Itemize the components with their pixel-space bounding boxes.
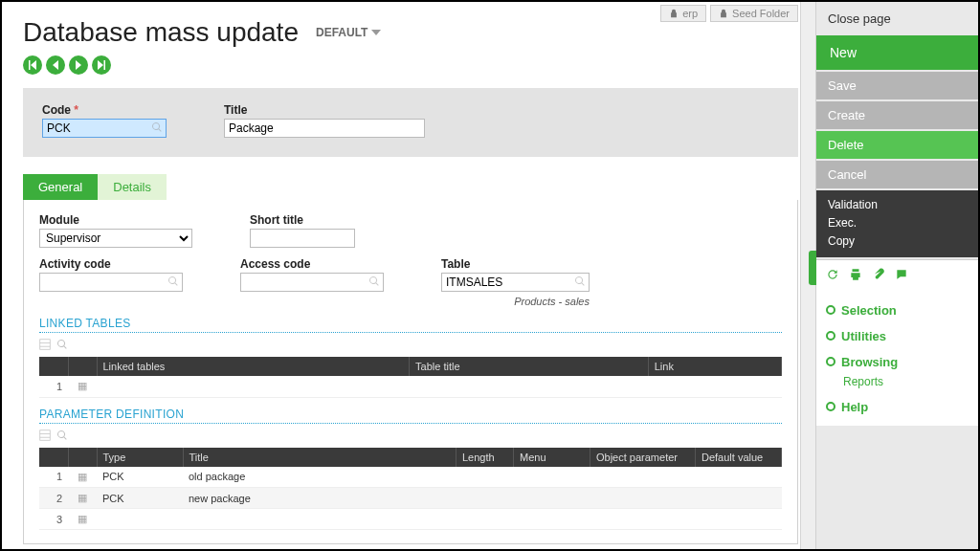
table-row[interactable]: 1 ▦ PCK old package (39, 467, 782, 488)
variant-dropdown[interactable]: DEFAULT (316, 26, 381, 39)
row-menu-icon[interactable]: ▦ (68, 376, 97, 397)
link-seed-folder[interactable]: Seed Folder (710, 5, 798, 22)
link-help[interactable]: Help (826, 394, 969, 420)
tab-general[interactable]: General (23, 174, 98, 200)
svg-rect-0 (40, 340, 51, 350)
col-linked-tables: Linked tables (97, 357, 410, 376)
link-erp[interactable]: erp (660, 5, 706, 22)
code-lookup-icon[interactable] (151, 121, 163, 136)
attach-icon[interactable] (872, 268, 885, 284)
main-panel: erp Seed Folder Database mass update DEF… (2, 2, 815, 549)
col-title: Title (183, 448, 457, 467)
col-table-title: Table title (410, 357, 649, 376)
search-icon[interactable] (56, 339, 68, 353)
icon-bar (816, 259, 978, 292)
paramdef-toolbar (39, 430, 782, 444)
access-lookup-icon[interactable] (368, 276, 380, 290)
save-button[interactable]: Save (816, 72, 978, 99)
col-type: Type (97, 448, 183, 467)
exec-action[interactable]: Exec. (828, 214, 967, 232)
search-icon[interactable] (56, 430, 68, 444)
link-seed-label: Seed Folder (732, 8, 790, 19)
cancel-button[interactable]: Cancel (816, 161, 978, 188)
shorttitle-input[interactable] (250, 229, 355, 248)
activity-label: Activity code (39, 257, 183, 271)
code-label: Code (42, 103, 167, 117)
nav-next-button[interactable] (69, 55, 88, 75)
paramdef-grid[interactable]: Type Title Length Menu Object parameter … (39, 448, 782, 531)
row-menu-icon[interactable]: ▦ (68, 509, 97, 530)
col-objp: Object parameter (590, 448, 696, 467)
validation-action[interactable]: Validation (828, 196, 967, 214)
close-page[interactable]: Close page (816, 2, 978, 35)
svg-rect-3 (40, 430, 51, 440)
table-input[interactable] (441, 273, 590, 292)
nav-last-button[interactable] (92, 55, 111, 75)
access-label: Access code (240, 257, 384, 271)
col-blank (39, 357, 68, 376)
new-button[interactable]: New (816, 35, 978, 70)
grid-icon[interactable] (39, 430, 51, 444)
nav-prev-button[interactable] (46, 55, 65, 75)
comment-icon[interactable] (895, 268, 908, 284)
paramdef-section: PARAMETER DEFINITION (39, 408, 782, 424)
linked-tables-grid[interactable]: Linked tables Table title Link 1 ▦ (39, 357, 782, 398)
page-title: Database mass update (23, 17, 299, 48)
table-lookup-icon[interactable] (574, 276, 586, 290)
link-utilities[interactable]: Utilities (826, 323, 969, 349)
print-icon[interactable] (849, 268, 862, 284)
table-hint: Products - sales (441, 296, 590, 307)
record-nav (23, 55, 798, 75)
dark-actions: Validation Exec. Copy (816, 190, 978, 257)
tabs: General Details (23, 174, 798, 200)
delete-button[interactable]: Delete (816, 131, 978, 159)
col-blank2 (68, 357, 97, 376)
sidebar: Close page New Save Create Delete Cancel… (815, 2, 978, 549)
link-selection[interactable]: Selection (826, 298, 969, 323)
general-panel: Module Supervisor Short title Activity c… (23, 200, 798, 544)
header-block: Code Title (23, 88, 798, 157)
linked-tables-section: LINKED TABLES (39, 317, 782, 333)
tab-details[interactable]: Details (98, 174, 167, 200)
title-label: Title (224, 103, 425, 117)
copy-action[interactable]: Copy (828, 232, 967, 251)
table-row[interactable]: 1 ▦ (39, 376, 782, 397)
shorttitle-label: Short title (250, 213, 355, 227)
module-select[interactable]: Supervisor (39, 229, 192, 248)
create-button[interactable]: Create (816, 101, 978, 129)
col-defv: Default value (696, 448, 782, 467)
link-browsing[interactable]: Browsing (826, 349, 969, 375)
access-input[interactable] (240, 273, 384, 292)
grid-icon[interactable] (39, 339, 51, 353)
row-menu-icon[interactable]: ▦ (68, 467, 97, 488)
refresh-icon[interactable] (826, 268, 839, 284)
row-menu-icon[interactable]: ▦ (68, 488, 97, 509)
table-row[interactable]: 2 ▦ PCK new package (39, 488, 782, 509)
col-menu: Menu (514, 448, 590, 467)
table-row[interactable]: 3 ▦ (39, 509, 782, 530)
table-label: Table (441, 257, 590, 271)
link-erp-label: erp (682, 8, 698, 19)
nav-first-button[interactable] (23, 55, 42, 75)
link-reports[interactable]: Reports (843, 375, 969, 394)
code-input[interactable] (42, 119, 167, 138)
title-input[interactable] (224, 119, 425, 138)
sidebar-links: Selection Utilities Browsing Reports Hel… (816, 292, 978, 426)
top-links: erp Seed Folder (660, 5, 798, 22)
sidebar-collapse-handle[interactable] (809, 251, 816, 285)
activity-lookup-icon[interactable] (167, 276, 179, 290)
col-length: Length (457, 448, 514, 467)
linked-toolbar (39, 339, 782, 353)
col-link: Link (648, 357, 781, 376)
activity-input[interactable] (39, 273, 183, 292)
module-label: Module (39, 213, 192, 227)
